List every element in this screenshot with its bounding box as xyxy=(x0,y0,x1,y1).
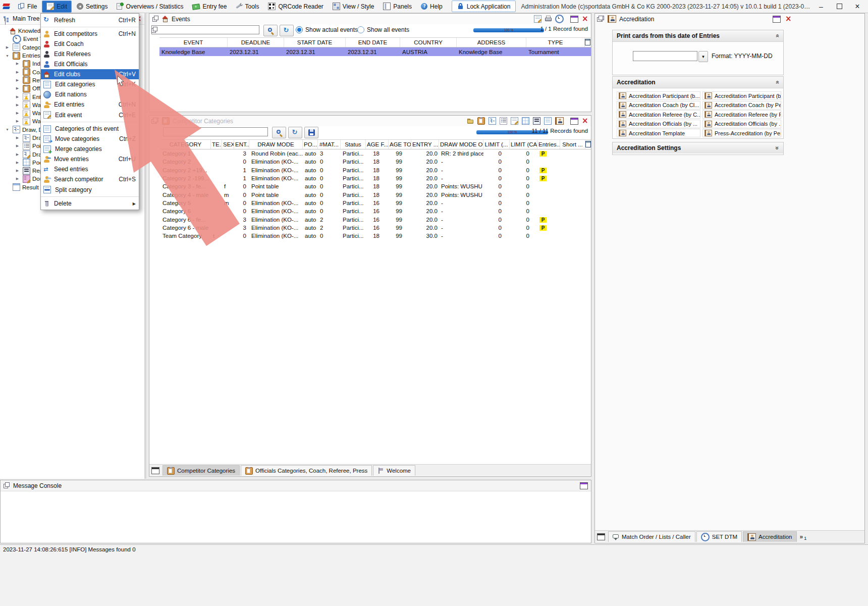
tree-expander-icon[interactable]: ▶ xyxy=(14,136,21,140)
search-button[interactable] xyxy=(272,127,286,138)
toolbar-icon[interactable] xyxy=(545,16,552,22)
column-header[interactable]: AGE F... xyxy=(366,140,389,149)
column-header[interactable]: PO... xyxy=(303,140,318,149)
edit-menu-item[interactable]: Edit Referees xyxy=(41,49,139,59)
menu-bar-item[interactable]: Panels xyxy=(379,1,416,12)
close-panel-icon[interactable] xyxy=(581,118,588,124)
category-row[interactable]: Category 6 0 Elimination (KO-... auto 0 … xyxy=(160,207,591,215)
column-header[interactable]: ENT... xyxy=(234,140,249,149)
menu-bar-item[interactable]: Settings xyxy=(73,1,112,12)
toolbar-icon[interactable] xyxy=(544,117,552,125)
tab-overflow-chevron[interactable]: » xyxy=(800,533,803,540)
print-date-input[interactable] xyxy=(633,51,697,61)
lock-application-button[interactable]: Lock Application xyxy=(452,1,516,12)
column-header[interactable]: TE... xyxy=(211,140,222,149)
maximize-panel-icon[interactable] xyxy=(570,16,578,23)
category-row[interactable]: Category 3 - fe... f 0 Point table auto … xyxy=(160,182,591,190)
tree-expander-icon[interactable]: ▶ xyxy=(14,86,21,90)
accreditation-button[interactable]: Accreditation Officials (by ... xyxy=(617,120,700,128)
edit-menu-item[interactable]: Edit Coach xyxy=(41,39,139,49)
menu-bar-item[interactable]: Tools xyxy=(232,1,263,12)
column-header[interactable]: ENTRY ... xyxy=(411,140,439,149)
categories-search-input[interactable] xyxy=(163,127,268,136)
tree-expander-icon[interactable]: ▶ xyxy=(14,161,21,165)
collapse-chevron-icon[interactable]: » xyxy=(774,81,781,84)
close-panel-icon[interactable] xyxy=(581,16,588,22)
column-header[interactable]: SEX xyxy=(222,140,234,149)
menu-bar-item[interactable]: View / Style xyxy=(329,1,378,12)
edit-menu-item[interactable]: Edit clubs Ctrl+V xyxy=(41,69,139,79)
column-header[interactable]: LIMIT (CA... xyxy=(510,140,537,149)
tree-expander-icon[interactable]: ▶ xyxy=(14,70,21,74)
column-header[interactable]: Entries... xyxy=(537,140,560,149)
minimize-button[interactable] xyxy=(812,1,830,13)
category-row[interactable]: Category 4 - male m 0 Point table auto 0… xyxy=(160,190,591,198)
expand-chevron-icon[interactable]: » xyxy=(774,146,781,150)
column-header[interactable]: EVENT xyxy=(159,38,228,47)
column-header[interactable]: DRAW MODE xyxy=(249,140,303,149)
collapse-chevron-icon[interactable]: » xyxy=(774,34,781,38)
edit-menu-item[interactable]: Edit entries Ctrl+N xyxy=(41,99,139,110)
tree-expander-icon[interactable]: ▶ xyxy=(14,169,21,173)
tree-expander-icon[interactable]: ▶ xyxy=(14,62,21,66)
edit-menu-item[interactable]: Split category xyxy=(41,184,139,197)
accreditation-button[interactable]: Accreditation Referee (by C... xyxy=(617,110,700,119)
column-header[interactable]: CATEGORY xyxy=(160,140,211,149)
bottom-tab[interactable]: Officials Categories, Coach, Referee, Pr… xyxy=(241,465,372,476)
category-row[interactable]: Category 6 - male 3 Elimination (KO-... … xyxy=(160,224,591,232)
refresh-button[interactable] xyxy=(280,25,294,36)
toolbar-icon[interactable] xyxy=(555,15,564,23)
column-header[interactable]: DRAW MODE O... xyxy=(439,140,483,149)
menu-bar-item[interactable]: QRCode Reader xyxy=(264,1,327,12)
menu-bar-item[interactable]: Overviews / Statistics xyxy=(113,1,187,12)
column-header[interactable]: START DATE xyxy=(284,38,346,47)
show-actual-events-radio[interactable]: Show actual events xyxy=(296,26,358,33)
tree-expander-icon[interactable]: ▶ xyxy=(14,95,21,99)
refresh-button[interactable] xyxy=(288,127,302,138)
category-row[interactable]: Category 1 3 Round Robin (eac... auto 3 … xyxy=(160,149,591,158)
edit-menu-item[interactable]: Edit Officials xyxy=(41,59,139,69)
close-panel-icon[interactable] xyxy=(785,16,791,22)
window-icon[interactable] xyxy=(151,467,159,474)
accreditation-button[interactable]: Accreditation Coach (by Pe... xyxy=(702,101,781,110)
toolbar-icon[interactable] xyxy=(522,117,529,125)
toolbar-icon[interactable] xyxy=(511,117,518,125)
show-all-events-radio[interactable]: Show all events xyxy=(357,26,409,33)
category-row[interactable]: Category 2 +19... 1 Elimination (KO-... … xyxy=(160,166,591,174)
toolbar-icon[interactable] xyxy=(533,117,540,125)
menu-bar-item[interactable]: Edit xyxy=(42,1,72,13)
search-button[interactable] xyxy=(263,25,278,36)
tree-expander-icon[interactable]: ▶ xyxy=(14,144,21,148)
tree-expander-icon[interactable]: ▶ xyxy=(14,111,21,115)
column-header[interactable]: #MAT... xyxy=(318,140,341,149)
column-header[interactable]: TYPE xyxy=(526,38,585,47)
column-header[interactable]: Status xyxy=(341,140,366,149)
category-row[interactable]: Category 2 -199... 1 Elimination (KO-...… xyxy=(160,174,591,182)
menu-bar-item[interactable]: File xyxy=(14,1,41,12)
column-header[interactable]: LIMIT (... xyxy=(483,140,510,149)
edit-menu-item[interactable]: Categories of this event xyxy=(41,124,139,134)
maximize-button[interactable] xyxy=(831,1,848,13)
toolbar-icon[interactable] xyxy=(500,117,507,125)
edit-menu-item[interactable]: Search competitor Ctrl+S xyxy=(41,174,139,184)
edit-menu-item[interactable]: Seed entries xyxy=(41,164,139,174)
toolbar-icon[interactable] xyxy=(555,117,564,125)
column-header[interactable]: COUNTRY xyxy=(400,38,457,47)
toolbar-icon[interactable] xyxy=(467,118,474,124)
window-icon[interactable] xyxy=(597,533,605,540)
edit-menu-item[interactable]: Edit categories Ctrl+K xyxy=(41,79,139,89)
edit-menu-item[interactable]: Edit nations xyxy=(41,89,139,99)
edit-menu-item[interactable]: Edit event Ctrl+E xyxy=(41,110,139,122)
right-tab[interactable]: Match Order / Lists / Caller xyxy=(608,531,695,542)
edit-menu-item[interactable]: Edit competitors Ctrl+N xyxy=(41,29,139,39)
menu-bar-item[interactable]: Entry fee xyxy=(188,1,231,12)
column-header[interactable]: Short ... xyxy=(560,140,585,149)
category-row[interactable]: Category 6 - fe... 3 Elimination (KO-...… xyxy=(160,215,591,223)
right-tab[interactable]: SET DTM xyxy=(696,531,742,542)
tree-expander-icon[interactable]: ▼ xyxy=(4,54,11,58)
bottom-tab[interactable]: Welcome xyxy=(373,465,415,476)
column-header[interactable]: DEADLINE xyxy=(228,38,284,47)
date-dropdown-button[interactable]: ▼ xyxy=(698,51,708,62)
accreditation-button[interactable]: Accreditation Officials (by ... xyxy=(702,120,781,128)
tree-expander-icon[interactable]: ▶ xyxy=(14,119,21,123)
